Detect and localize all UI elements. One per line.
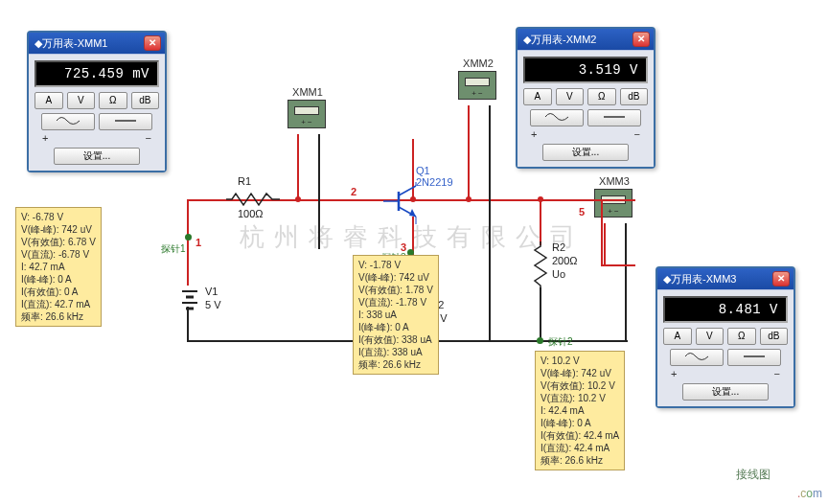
ac-button[interactable]: [670, 349, 724, 366]
mode-ohm-button[interactable]: Ω: [727, 328, 756, 345]
dc-button[interactable]: [727, 349, 781, 366]
mode-v-button[interactable]: V: [556, 88, 585, 105]
mode-ohm-button[interactable]: Ω: [587, 88, 616, 105]
node-2: 2: [351, 186, 356, 197]
component-r2[interactable]: [533, 241, 548, 291]
mode-a-button[interactable]: A: [663, 328, 692, 345]
mode-a-button[interactable]: A: [34, 92, 63, 109]
mode-db-button[interactable]: dB: [131, 92, 160, 109]
mode-v-button[interactable]: V: [696, 328, 724, 345]
reading-display: 725.459 mV: [34, 60, 159, 87]
app-icon: ◆: [523, 34, 531, 46]
app-icon: ◆: [663, 273, 671, 286]
minus-terminal: −: [146, 132, 151, 144]
component-q1[interactable]: [383, 182, 439, 224]
close-icon[interactable]: ✕: [144, 35, 161, 51]
r1-value: 100Ω: [238, 208, 264, 219]
minus-terminal: −: [634, 128, 640, 140]
r1-name: R1: [238, 175, 251, 187]
instrument-xmm3-label: XMM3: [594, 175, 634, 187]
watermark-tag: 接线图: [736, 467, 770, 483]
dc-button[interactable]: [99, 113, 152, 130]
ac-button[interactable]: [530, 109, 584, 126]
probe2-note: V: 10.2 V V(峰-峰): 742 uV V(有效值): 10.2 V …: [535, 351, 625, 470]
minus-terminal: −: [774, 368, 780, 379]
sine-icon: [684, 351, 709, 365]
reading-display: 8.481 V: [663, 296, 788, 323]
probe2-label: 探针2: [548, 335, 573, 349]
instrument-xmm1-label: XMM1: [288, 86, 328, 98]
window-title: 万用表-XMM3: [671, 272, 772, 286]
svg-line-10: [399, 186, 416, 195]
mode-db-button[interactable]: dB: [620, 88, 649, 105]
node-5: 5: [579, 206, 585, 218]
q1-name: Q1: [416, 165, 430, 176]
sine-icon: [56, 115, 80, 129]
component-r1[interactable]: [226, 192, 280, 207]
probe1-label: 探针1: [161, 242, 186, 256]
instrument-xmm1[interactable]: XMM1: [288, 86, 328, 128]
window-title: 万用表-XMM1: [42, 36, 144, 51]
v1-name: V1: [205, 286, 218, 297]
ac-button[interactable]: [41, 113, 95, 130]
component-v1[interactable]: [178, 284, 201, 312]
mode-v-button[interactable]: V: [67, 92, 96, 109]
v1-value: 5 V: [205, 299, 221, 310]
mode-a-button[interactable]: A: [523, 88, 552, 105]
settings-button[interactable]: 设置...: [542, 144, 629, 161]
close-icon[interactable]: ✕: [772, 271, 790, 286]
node-1: 1: [196, 237, 201, 248]
multimeter-window-xmm2[interactable]: ◆ 万用表-XMM2 ✕ 3.519 V A V Ω dB +− 设置...: [516, 27, 656, 169]
dc-icon: [602, 111, 627, 126]
settings-button[interactable]: 设置...: [54, 148, 140, 165]
q1-model: 2N2219: [416, 176, 453, 188]
sine-icon: [544, 111, 569, 126]
watermark-site: .com: [797, 487, 822, 500]
instrument-xmm2[interactable]: XMM2: [458, 57, 498, 100]
r2-uo: Uo: [552, 268, 565, 280]
plus-terminal: +: [42, 132, 48, 144]
probe3-note: V: -1.78 V V(峰-峰): 742 uV V(有效值): 1.78 V…: [353, 255, 439, 375]
r2-value: 200Ω: [552, 255, 578, 266]
app-icon: ◆: [34, 37, 42, 50]
multimeter-window-xmm3[interactable]: ◆ 万用表-XMM3 ✕ 8.481 V A V Ω dB +− 设置...: [656, 266, 795, 408]
mode-ohm-button[interactable]: Ω: [99, 92, 127, 109]
close-icon[interactable]: ✕: [632, 32, 650, 47]
mode-db-button[interactable]: dB: [760, 328, 789, 345]
plus-terminal: +: [531, 128, 537, 140]
instrument-xmm2-label: XMM2: [458, 57, 498, 69]
reading-display: 3.519 V: [523, 57, 648, 83]
dc-icon: [113, 115, 138, 129]
multimeter-window-xmm1[interactable]: ◆ 万用表-XMM1 ✕ 725.459 mV A V Ω dB +− 设置..…: [27, 31, 167, 172]
plus-terminal: +: [671, 368, 677, 379]
settings-button[interactable]: 设置...: [682, 383, 769, 401]
dc-button[interactable]: [587, 109, 641, 126]
dc-icon: [742, 351, 767, 365]
r2-name: R2: [552, 241, 565, 253]
window-title: 万用表-XMM2: [531, 33, 632, 47]
probe1-note: V: -6.78 V V(峰-峰): 742 uV V(有效值): 6.78 V…: [15, 207, 102, 327]
